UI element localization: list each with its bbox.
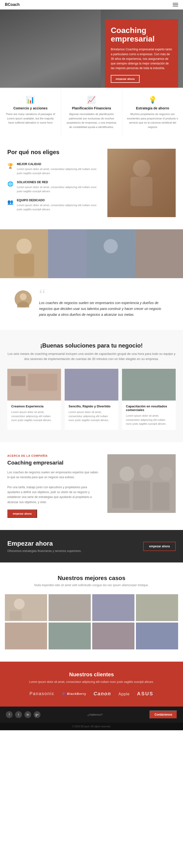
- photo-grid-item-2: [48, 229, 86, 278]
- card-savings-text: Muchos propietarios de negocios son exce…: [127, 112, 178, 129]
- photo-grid-item-1: [0, 229, 48, 278]
- hero-content-box: Coaching empresarial Brindamos Coaching …: [105, 19, 178, 88]
- linkedin-icon[interactable]: in: [25, 711, 31, 718]
- solution-img-2: [65, 369, 118, 401]
- solution-card-1-body: Creamos Experiencia Lorem ipsum dolor si…: [7, 401, 61, 426]
- svg-point-8: [104, 239, 118, 253]
- card-finance-text: Algunas necesidades de planificación pat…: [66, 112, 117, 129]
- solution-card-3: Capacitación en resultados comerciales L…: [122, 369, 176, 430]
- footer: f t in g+ ¿Hablemos? Contáctenos © 2024 …: [0, 707, 183, 730]
- why-quality-text: Lorem ipsum dolor sit amet, consectetur …: [17, 167, 98, 175]
- case-item-7: [92, 623, 135, 649]
- svg-point-19: [119, 466, 134, 481]
- svg-rect-28: [48, 594, 91, 621]
- quote-section: “ Los coaches de negocios suelen ser emp…: [0, 278, 183, 330]
- quote-text: Los coaches de negocios suelen ser empre…: [39, 300, 168, 317]
- svg-rect-15: [28, 374, 57, 391]
- about-image: [107, 454, 176, 518]
- hero-section: Coaching empresarial Brindamos Coaching …: [0, 9, 183, 88]
- why-section: Por qué nos eliges 🏆 MEJOR CALIDAD Lorem…: [0, 136, 183, 229]
- svg-rect-33: [92, 623, 135, 649]
- why-network-title: SOLUCIONES DE RED: [17, 181, 98, 184]
- quote-content: “ Los coaches de negocios suelen ser emp…: [39, 290, 168, 317]
- solution-card-3-text: Lorem ipsum dolor sit amet, consectetur …: [126, 414, 172, 426]
- clients-logos: Panasonic 🍇 BlackBerry Canon Apple ASUS: [7, 690, 176, 697]
- cases-title: Nuestros mejores casos: [5, 575, 178, 582]
- about-text-2: Por una tarifa, trabajo junto con ejecut…: [7, 485, 100, 505]
- finance-icon: 📈: [66, 96, 117, 104]
- about-text-1: Los coaches de negocios suelen ser empre…: [7, 470, 100, 480]
- hero-cta-button[interactable]: empezar ahora: [111, 75, 140, 83]
- facebook-icon[interactable]: f: [6, 711, 13, 718]
- card-commerce-text: There are many variations of passages of…: [5, 112, 56, 125]
- solution-card-1-title: Creamos Experiencia: [11, 404, 57, 408]
- clients-section: Nuestros clientes Lorem ipsum dolor sit …: [0, 662, 183, 707]
- card-finance: 📈 Planificación Financiera Algunas neces…: [61, 88, 122, 136]
- about-cta-button[interactable]: empezar ahora: [7, 509, 37, 518]
- svg-rect-27: [9, 611, 22, 620]
- hero-title: Coaching empresarial: [111, 26, 172, 43]
- why-network-text: Lorem ipsum dolor sit amet, consectetur …: [17, 185, 98, 193]
- svg-rect-24: [152, 483, 170, 510]
- solution-card-2-body: Sencillo, Rápido y Divertido Lorem ipsum…: [65, 401, 118, 426]
- solutions-cards: Creamos Experiencia Lorem ipsum dolor si…: [7, 369, 176, 430]
- cta-content: Empezar ahora Ofrecemos estrategias fina…: [7, 540, 81, 553]
- footer-contact-button[interactable]: Contáctenos: [150, 710, 177, 719]
- header: BCoach: [0, 0, 183, 9]
- solution-card-1-text: Lorem ipsum dolor sit amet, consectetur …: [11, 410, 57, 422]
- svg-rect-32: [48, 623, 91, 649]
- why-item-quality: 🏆 MEJOR CALIDAD Lorem ipsum dolor sit am…: [7, 162, 98, 175]
- svg-rect-2: [131, 177, 152, 206]
- about-title: Coaching empresarial: [7, 460, 100, 466]
- svg-point-11: [20, 293, 27, 300]
- svg-point-1: [133, 160, 150, 177]
- why-image: [107, 149, 176, 217]
- solutions-subtitle: Los seis meses de coaching empresarial i…: [7, 351, 176, 362]
- solution-card-3-body: Capacitación en resultados comerciales L…: [122, 401, 176, 430]
- photo-grid: [0, 229, 183, 278]
- solution-card-3-title: Capacitación en resultados comerciales: [126, 404, 172, 412]
- solution-img-3: [122, 369, 176, 401]
- client-asus: ASUS: [137, 691, 153, 696]
- svg-rect-23: [133, 480, 150, 510]
- menu-button[interactable]: [173, 3, 178, 6]
- cases-subtitle: Nulla imperdiet odio sit amet velit soll…: [5, 584, 178, 587]
- card-savings: 💡 Estrategia de ahorro Muchos propietari…: [122, 88, 183, 136]
- about-photo: [107, 454, 176, 513]
- twitter-icon[interactable]: t: [15, 711, 22, 718]
- case-item-4: [136, 594, 178, 621]
- cases-section: Nuestros mejores casos Nulla imperdiet o…: [0, 562, 183, 662]
- features-row: 📊 Comercio y acciones There are many var…: [0, 88, 183, 136]
- cta-title: Empezar ahora: [7, 540, 81, 547]
- cta-button[interactable]: empezar ahora: [143, 542, 176, 551]
- why-team-title: EQUIPO DEDICADO: [17, 198, 98, 202]
- client-panasonic: Panasonic: [30, 691, 54, 696]
- why-item-team: 👥 EQUIPO DEDICADO Lorem ipsum dolor sit …: [7, 198, 98, 211]
- footer-copyright: © 2024 BCoach. All rights reserved.: [72, 725, 111, 728]
- solution-card-2-text: Lorem ipsum dolor sit amet, consectetur …: [69, 410, 114, 422]
- savings-icon: 💡: [127, 96, 178, 104]
- quality-icon: 🏆: [7, 163, 13, 175]
- quote-mark: “: [39, 290, 168, 298]
- client-blackberry: 🍇 BlackBerry: [62, 691, 86, 696]
- svg-point-21: [159, 467, 173, 480]
- client-apple: Apple: [119, 690, 130, 697]
- client-canon: Canon: [94, 691, 111, 696]
- case-item-2: [48, 594, 91, 621]
- photo-grid-item-4: [135, 229, 183, 278]
- network-icon: 🌐: [7, 181, 13, 193]
- hero-text: Brindamos Coaching empresarial experto t…: [111, 47, 172, 70]
- why-photo: [107, 149, 176, 217]
- social-links: f t in g+: [6, 711, 40, 718]
- card-finance-title: Planificación Financiera: [66, 106, 117, 110]
- svg-rect-30: [136, 594, 178, 621]
- why-title: Por qué nos eliges: [7, 149, 98, 156]
- svg-rect-34: [136, 623, 178, 649]
- svg-point-20: [140, 465, 153, 478]
- cases-grid: [5, 594, 178, 649]
- svg-rect-31: [5, 623, 47, 649]
- cta-section: Empezar ahora Ofrecemos estrategias fina…: [0, 530, 183, 562]
- about-label: ACERCA DE LA COMPAÑÍA: [7, 454, 100, 457]
- svg-rect-29: [92, 594, 135, 621]
- googleplus-icon[interactable]: g+: [34, 711, 40, 718]
